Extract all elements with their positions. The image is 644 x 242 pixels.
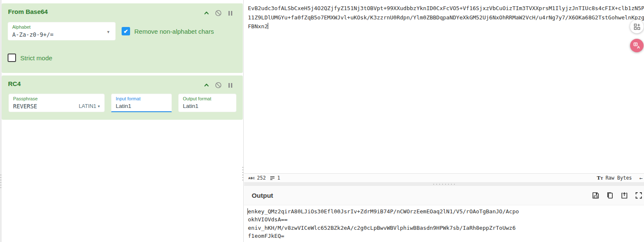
remove-non-alphabet-checkbox[interactable]: ✔ — [122, 27, 130, 35]
disable-operation-icon[interactable] — [215, 10, 222, 16]
translate-extension-button[interactable]: A — [630, 39, 644, 52]
maximize-output-button[interactable] — [635, 191, 643, 199]
chevron-down-icon: ▼ — [106, 30, 110, 34]
box-arrow-up-icon — [620, 191, 628, 199]
check-icon: ✔ — [124, 28, 128, 35]
output-format-label: Output format — [183, 96, 211, 101]
output-format-value[interactable]: Latin1 — [183, 103, 198, 109]
passphrase-encoding-dropdown[interactable]: LATIN1 ▼ — [79, 103, 101, 109]
character-encoding-icon[interactable]: TT — [597, 175, 603, 181]
output-line: eniv_hKH/M/v8zwVICeWlc652BZk2eA/c2g0cLpB… — [248, 224, 519, 232]
text-cursor — [268, 23, 268, 29]
char-count-icon: ABC — [248, 177, 255, 180]
char-count: ABC 252 — [248, 175, 266, 181]
replace-input-with-output-button[interactable] — [620, 191, 628, 199]
cyberchef-app: From Base64 Alphabet A-Za-z0-9+/= ▼ — [0, 0, 644, 242]
input-output-splitter[interactable] — [244, 182, 644, 186]
input-line: 11Z9LDlUMGYu+fa0fZqB5o7EMXWJvl+uKOsk/K3z… — [248, 13, 644, 22]
input-status-bar: ABC 252 1 TT Raw Bytes ← L — [244, 173, 644, 182]
input-line: FBNxn2 — [248, 23, 268, 30]
input-format-label: Input format — [116, 96, 141, 101]
output-header: Output — [244, 186, 644, 205]
chevron-down-icon: ▼ — [96, 105, 101, 108]
output-title: Output — [252, 192, 273, 199]
alphabet-value: A-Za-z0-9+/= — [12, 31, 54, 38]
output-editor[interactable]: enkey_QMz2qirA80LJiOs30Efl00JsrIv+ZdrM9i… — [244, 205, 644, 242]
copy-output-button[interactable] — [606, 191, 614, 199]
collapse-args-icon[interactable] — [203, 82, 210, 89]
alphabet-dropdown[interactable]: Alphabet A-Za-z0-9+/= ▼ — [8, 22, 116, 40]
alphabet-label: Alphabet — [12, 24, 30, 30]
line-count: 1 — [270, 175, 280, 181]
grid-plus-icon — [633, 23, 641, 30]
remove-non-alphabet-label[interactable]: Remove non-alphabet chars — [134, 28, 214, 35]
output-line: f1eomFJkEQ= — [248, 232, 519, 240]
extension-capture-button[interactable] — [630, 20, 644, 33]
breakpoint-pause-icon[interactable] — [227, 10, 234, 16]
operation-from-base64[interactable]: From Base64 Alphabet A-Za-z0-9+/= ▼ — [2, 3, 243, 73]
line-ending-icon[interactable]: ← — [639, 175, 643, 181]
output-line: enkey_QMz2qirA80LJiOs30Efl00JsrIv+ZdrM9i… — [248, 207, 519, 215]
save-output-button[interactable] — [592, 191, 600, 199]
operation-title: From Base64 — [8, 8, 48, 15]
input-editor[interactable]: EvB2udc3ofALSbCxeH5j4O2QZjfyZ151Nj3tOBVp… — [244, 0, 644, 173]
passphrase-label: Passphrase — [13, 96, 38, 101]
input-format-value[interactable]: Latin1 — [116, 103, 131, 109]
copy-icon — [606, 191, 614, 199]
character-encoding-value[interactable]: Raw Bytes — [606, 175, 632, 181]
floppy-icon — [592, 191, 600, 199]
recipe-panel: From Base64 Alphabet A-Za-z0-9+/= ▼ — [2, 0, 244, 242]
strict-mode-label[interactable]: Strict mode — [20, 54, 52, 62]
breakpoint-pause-icon[interactable] — [227, 82, 234, 89]
output-format-field[interactable]: Output format Latin1 — [178, 94, 236, 112]
operation-title: RC4 — [8, 80, 21, 87]
strict-mode-checkbox[interactable] — [8, 54, 16, 62]
collapse-args-icon[interactable] — [203, 10, 210, 16]
disable-operation-icon[interactable] — [215, 82, 222, 89]
passphrase-value[interactable]: REVERSE — [13, 103, 37, 110]
splitter-grip-icon — [0, 175, 1, 188]
input-format-field[interactable]: Input format Latin1 — [111, 94, 172, 112]
passphrase-field[interactable]: Passphrase REVERSE LATIN1 ▼ — [8, 94, 105, 112]
output-line: okhVIOVdsA== — [248, 215, 519, 223]
expand-icon — [635, 191, 643, 199]
recipe-io-splitter[interactable] — [242, 167, 243, 180]
input-line: EvB2udc3ofALSbCxeH5j4O2QZjfyZ151Nj3tOBVp… — [248, 4, 644, 13]
operation-rc4[interactable]: RC4 Passphrase REVERSE LATIN1 ▼ — [2, 75, 243, 120]
translate-icon: A — [633, 42, 641, 49]
lines-icon — [270, 176, 275, 180]
svg-text:A: A — [637, 45, 640, 49]
io-panel: EvB2udc3ofALSbCxeH5j4O2QZjfyZ151Nj3tOBVp… — [244, 0, 644, 242]
